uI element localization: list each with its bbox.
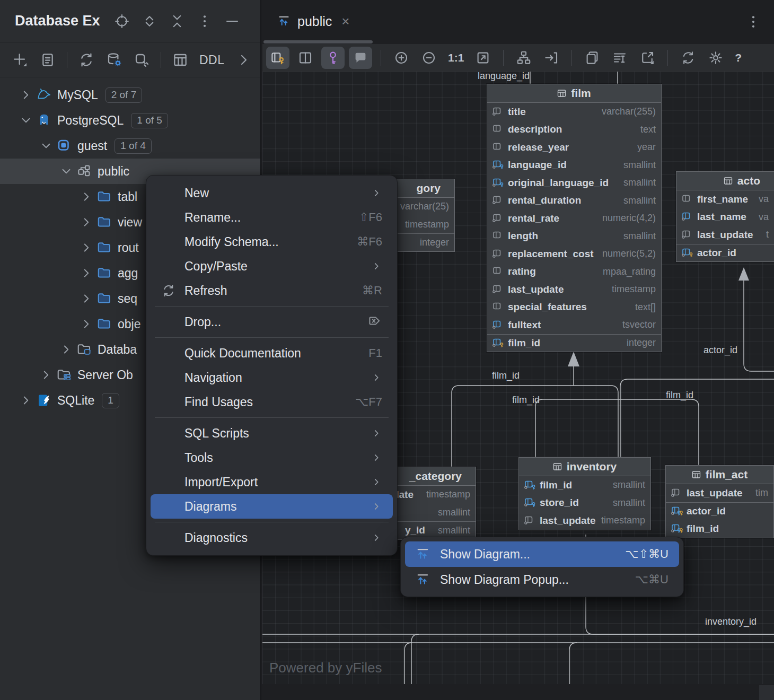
chevron-down-icon[interactable] — [59, 164, 73, 178]
zoom-out-button[interactable] — [417, 47, 441, 69]
refresh-diagram-button[interactable] — [676, 47, 700, 69]
menu-item-navigation[interactable]: Navigation — [151, 365, 393, 390]
menu-item-diagrams[interactable]: Diagrams — [151, 494, 393, 519]
fit-content-button[interactable] — [471, 47, 495, 69]
entity-column-row[interactable]: original_language_idsmallint — [487, 174, 661, 192]
entity-header[interactable]: acto — [676, 172, 774, 190]
menu-item-show-diagram[interactable]: Show Diagram...⌥⇧⌘U — [405, 541, 679, 567]
menu-item-rename[interactable]: Rename...⇧F6 — [151, 205, 393, 230]
entity-film_act[interactable]: film_actlast_updatetimactor_idfilm_id — [665, 465, 774, 538]
actual-size-button[interactable]: 1:1 — [445, 51, 467, 64]
sidebar-item-guest[interactable]: guest1 of 4 — [0, 133, 260, 159]
entity-column-row[interactable]: fulltexttsvector — [487, 316, 661, 334]
entity-column-row[interactable]: actor_id — [666, 502, 773, 520]
locate-button[interactable] — [114, 13, 130, 29]
ddl-button[interactable]: DDL — [199, 53, 225, 67]
entity-column-row[interactable]: actor_id — [676, 244, 774, 262]
menu-item-refresh[interactable]: Refresh⌘R — [151, 278, 393, 303]
disconnect-button[interactable] — [133, 51, 150, 68]
entity-header[interactable]: inventory — [519, 458, 650, 476]
column-name: last_update — [687, 487, 743, 499]
jump-to-source-button[interactable] — [540, 47, 563, 69]
entity-column-row[interactable]: rental_durationsmallint — [487, 192, 661, 210]
entity-column-row[interactable]: film_id — [666, 520, 773, 538]
entity-column-row[interactable]: last_nameva — [676, 208, 774, 226]
data-source-properties-button[interactable] — [105, 51, 122, 68]
more-toolbar-button[interactable] — [235, 51, 252, 68]
chevron-right-icon[interactable] — [19, 88, 33, 102]
export-diagram-button[interactable] — [636, 47, 659, 69]
entity-column-row[interactable]: release_yearyear — [487, 138, 661, 156]
refresh-button[interactable] — [78, 51, 95, 68]
apply-layout-button[interactable] — [512, 47, 535, 69]
menu-item-tools[interactable]: Tools — [151, 445, 393, 470]
entity-column-row[interactable]: titlevarchar(255) — [487, 103, 661, 121]
add-data-source-button[interactable] — [12, 51, 29, 68]
duplicate-button[interactable] — [39, 51, 56, 68]
settings-button[interactable] — [704, 47, 727, 69]
toggle-comments-button[interactable] — [349, 47, 372, 69]
entity-column-row[interactable]: film_idinteger — [487, 334, 661, 352]
menu-item-quick-documentation[interactable]: Quick DocumentationF1 — [151, 341, 393, 365]
tab-options-icon[interactable] — [745, 14, 761, 30]
menu-item-drop[interactable]: Drop... — [151, 310, 393, 334]
chevron-right-icon[interactable] — [80, 190, 93, 204]
entity-column-row[interactable]: rental_ratenumeric(4,2) — [487, 209, 661, 228]
entity-column-row[interactable]: language_idsmallint — [487, 156, 661, 174]
tab-public[interactable]: public × — [272, 7, 355, 35]
entity-column-row[interactable]: special_featurestext[] — [487, 299, 661, 317]
chevron-right-icon[interactable] — [80, 317, 93, 331]
toggle-keys-button[interactable] — [321, 47, 345, 69]
menu-item-find-usages[interactable]: Find Usages⌥F7 — [151, 390, 393, 414]
entity-column-row[interactable]: lengthsmallint — [487, 228, 661, 246]
menu-item-diagnostics[interactable]: Diagnostics — [151, 526, 393, 550]
expand-all-button[interactable] — [142, 13, 157, 29]
chevron-right-icon[interactable] — [59, 343, 73, 356]
entity-header[interactable]: film_act — [666, 466, 773, 484]
entity-column-row[interactable]: last_updatetim — [666, 484, 773, 502]
entity-column-row[interactable]: store_idsmallint — [519, 494, 650, 512]
entity-column-row[interactable]: film_idsmallint — [519, 476, 650, 494]
entity-column-row[interactable]: last_updatetimestamp — [487, 281, 661, 299]
menu-item-modify-schema[interactable]: Modify Schema...⌘F6 — [151, 230, 393, 254]
chevron-right-icon[interactable] — [80, 241, 93, 255]
sidebar-item-mysql[interactable]: MySQL2 of 7 — [0, 82, 260, 108]
chevron-right-icon[interactable] — [80, 292, 93, 305]
entity-column-row[interactable]: last_updatet — [676, 226, 774, 244]
chevron-down-icon[interactable] — [39, 139, 53, 153]
zoom-in-button[interactable] — [390, 47, 413, 69]
entity-column-row[interactable]: replacement_costnumeric(5,2) — [487, 245, 661, 263]
menu-item-import-export[interactable]: Import/Export — [151, 470, 393, 494]
entity-column-row[interactable]: ratingmpaa_rating — [487, 263, 661, 281]
tab-close-icon[interactable]: × — [341, 14, 349, 28]
column-name: rental_rate — [508, 213, 559, 224]
help-button[interactable]: ? — [732, 51, 745, 64]
more-options-button[interactable] — [197, 13, 213, 29]
chevron-down-icon[interactable] — [19, 113, 33, 127]
entity-column-row[interactable]: last_updatetimestamp — [519, 512, 650, 530]
entity-acto[interactable]: actofirst_namevalast_namevalast_updateta… — [676, 171, 774, 262]
menu-item-label: Diagrams — [184, 500, 236, 514]
tab-scrollbar-thumb[interactable] — [263, 40, 373, 43]
entity-column-row[interactable]: descriptiontext — [487, 121, 661, 139]
sidebar-item-postgresql[interactable]: PostgreSQL1 of 5 — [0, 108, 260, 133]
hide-panel-button[interactable] — [224, 13, 240, 29]
chevron-right-icon[interactable] — [80, 215, 93, 229]
entity-header[interactable]: film — [487, 84, 661, 103]
chevron-right-icon[interactable] — [19, 393, 33, 407]
entity-column-row[interactable]: first_nameva — [676, 190, 774, 208]
entity-film[interactable]: filmtitlevarchar(255)descriptiontextrele… — [487, 84, 662, 352]
menu-item-new[interactable]: New — [151, 181, 393, 205]
collapse-all-button[interactable] — [169, 13, 185, 29]
toggle-key-columns-button[interactable] — [266, 47, 289, 69]
toggle-columns-button[interactable] — [294, 47, 317, 69]
entity-inventory[interactable]: inventoryfilm_idsmallintstore_idsmallint… — [518, 457, 651, 530]
menu-item-show-diagram-popup[interactable]: Show Diagram Popup...⌥⌘U — [405, 567, 679, 592]
menu-item-sql-scripts[interactable]: SQL Scripts — [151, 421, 393, 445]
chevron-right-icon[interactable] — [80, 266, 93, 280]
edit-notes-button[interactable] — [608, 47, 631, 69]
chevron-right-icon[interactable] — [39, 368, 53, 382]
menu-item-copy-paste[interactable]: Copy/Paste — [151, 254, 393, 278]
jump-to-query-console-button[interactable] — [172, 51, 189, 68]
copy-diagram-button[interactable] — [580, 47, 604, 69]
